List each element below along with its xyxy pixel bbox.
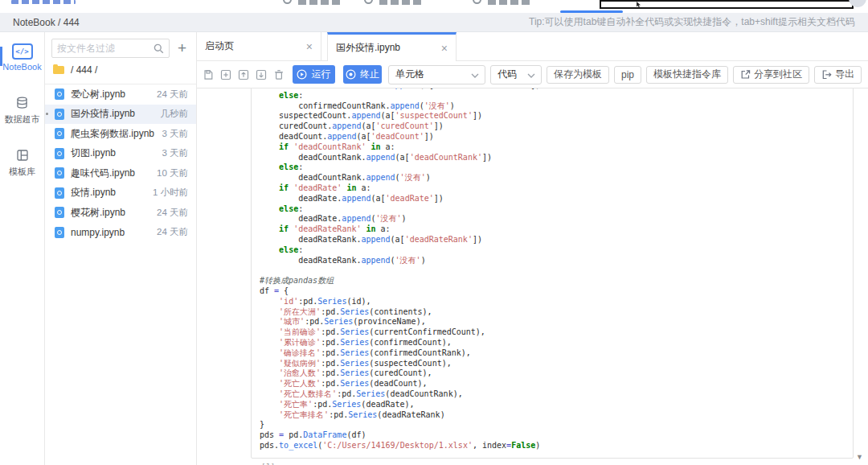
file-name: 爱心树.ipynb — [71, 88, 157, 101]
active-rail-indicator — [0, 47, 2, 66]
file-search-box[interactable] — [51, 39, 170, 58]
file-modified-time: 24 天前 — [157, 88, 188, 101]
notebook-file-icon — [55, 167, 64, 179]
sidebar-item-notebook[interactable]: </> NoteBook — [0, 43, 44, 72]
file-modified-time: 24 天前 — [157, 226, 188, 238]
notebook-file-icon — [55, 207, 64, 218]
scrollbar-down-arrow[interactable]: ▼ — [856, 453, 863, 461]
cell-action-icons — [199, 66, 288, 84]
notebook-file-icon — [55, 128, 64, 139]
folder-path: / 444 / — [71, 64, 97, 76]
chevron-down-icon — [527, 73, 535, 78]
move-cell-up-icon[interactable] — [235, 66, 252, 84]
main-area: </> NoteBook 数据超市 — [0, 32, 868, 465]
save-icon[interactable] — [199, 66, 217, 84]
code-block[interactable]: confirmedCountRank.append(a['confirmedCo… — [260, 88, 850, 458]
file-list-item[interactable]: 疫情.ipynb 1 小时前 — [45, 183, 196, 204]
add-cell-icon[interactable] — [217, 66, 235, 84]
stop-circle-icon — [346, 69, 356, 80]
notebook-file-icon — [55, 88, 64, 100]
close-icon[interactable]: × — [441, 43, 448, 53]
focused-search-box[interactable] — [600, 0, 854, 9]
run-button[interactable]: 运行 — [293, 65, 335, 84]
file-list-item[interactable]: 樱花树.ipynb 24 天前 — [45, 203, 196, 223]
file-list-item[interactable]: 爱心树.ipynb 24 天前 — [45, 84, 196, 105]
folder-icon — [53, 66, 64, 74]
notebook-file-icon — [55, 148, 64, 159]
notebook-file-icon — [55, 187, 64, 199]
file-name: 疫情.ipynb — [71, 186, 153, 200]
share-icon — [740, 69, 751, 80]
breadcrumb[interactable]: NoteBook / 444 — [13, 17, 80, 28]
cell-type-dropdown[interactable]: 代码 — [490, 65, 542, 84]
sidebar-item-label: 数据超市 — [5, 113, 40, 126]
nav-item-fragment[interactable] — [473, 0, 533, 6]
chevron-down-icon — [471, 73, 479, 78]
export-button[interactable]: 导出 — [814, 66, 862, 84]
file-list-item[interactable]: 爬虫案例数据.ipynb 3 天前 — [45, 124, 196, 144]
template-shortcut-library-button[interactable]: 模板快捷指令库 — [646, 66, 728, 84]
file-modified-time: 3 天前 — [162, 128, 188, 140]
file-modified-time: 1 小时前 — [153, 187, 188, 199]
close-icon[interactable]: × — [306, 42, 313, 51]
next-cell-prompt-fragment: [1] — [261, 462, 275, 465]
top-navbar-clipped — [0, 0, 868, 13]
tab-launcher[interactable]: 启动页 × — [197, 32, 321, 60]
notebook-code-icon: </> — [12, 43, 33, 60]
file-modified-time: 10 天前 — [157, 167, 188, 179]
move-cell-down-icon[interactable] — [252, 66, 270, 84]
database-icon — [16, 95, 28, 111]
save-as-template-button[interactable]: 保存为模板 — [547, 66, 609, 84]
export-icon — [821, 69, 832, 80]
notebook-toolbar: 运行 终止 单元格 代码 — [197, 61, 868, 88]
notebook-file-icon — [55, 227, 64, 238]
new-file-button[interactable]: + — [178, 41, 186, 56]
file-list: 爱心树.ipynb 24 天前 国外疫情.ipynb 几秒前 爬虫案例数据.ip… — [45, 84, 196, 242]
notebook-area: 启动页 × 国外疫情.ipynb × — [197, 32, 868, 465]
nav-item-fragment[interactable] — [283, 0, 343, 6]
file-modified-time: 24 天前 — [157, 207, 188, 219]
file-name: 樱花树.ipynb — [71, 206, 157, 220]
status-bar: NoteBook / 444 Tip:可以使用tab键自动补全代码或实现快捷指令… — [0, 13, 868, 32]
sidebar-item-template-library[interactable]: 模板库 — [0, 147, 44, 178]
file-list-item[interactable]: 切图.ipynb 3 天前 — [45, 144, 196, 164]
file-panel: + / 444 / 爱心树.ipynb 24 天前 国外疫情.ipynb 几秒前… — [45, 32, 197, 465]
file-list-item[interactable]: 国外疫情.ipynb 几秒前 — [45, 105, 196, 125]
tab-notebook-file[interactable]: 国外疫情.ipynb × — [327, 32, 457, 61]
left-rail: </> NoteBook 数据超市 — [0, 32, 45, 465]
file-list-item[interactable]: numpy.ipynb 24 天前 — [45, 223, 196, 243]
file-name: numpy.ipynb — [71, 227, 157, 238]
pip-button[interactable]: pip — [614, 66, 641, 84]
nav-label-fragment — [488, 0, 533, 5]
file-name: 趣味代码.ipynb — [71, 167, 157, 180]
sidebar-item-data-market[interactable]: 数据超市 — [0, 95, 44, 126]
file-list-item[interactable]: 趣味代码.ipynb 10 天前 — [45, 163, 196, 183]
notebook-content: confirmedCountRank.append(a['confirmedCo… — [197, 88, 868, 465]
share-to-community-button[interactable]: 分享到社区 — [733, 66, 809, 84]
nav-label-fragment — [298, 0, 343, 5]
notebook-file-icon — [55, 109, 64, 120]
sidebar-item-label: NoteBook — [2, 62, 41, 72]
nav-item-fragment[interactable] — [364, 0, 424, 6]
mouse-cursor-icon — [637, 2, 642, 8]
tip-text: Tip:可以使用tab键自动补全代码或实现快捷指令，tab+shift提示相关文… — [529, 15, 855, 29]
nav-icon — [283, 0, 292, 4]
file-name: 国外疫情.ipynb — [71, 107, 161, 121]
nav-label-fragment — [379, 0, 424, 5]
cell-scope-dropdown[interactable]: 单元格 — [388, 65, 485, 84]
app-window: NoteBook / 444 Tip:可以使用tab键自动补全代码或实现快捷指令… — [0, 0, 868, 465]
template-grid-icon — [17, 147, 28, 163]
code-cell[interactable]: confirmedCountRank.append(a['confirmedCo… — [251, 88, 854, 459]
search-input[interactable] — [57, 43, 154, 54]
current-folder-row[interactable]: / 444 / — [45, 61, 196, 79]
file-search-row: + — [45, 32, 196, 61]
search-icon — [154, 43, 164, 54]
brand-logo[interactable] — [11, 0, 76, 4]
sidebar-item-label: 模板库 — [9, 166, 35, 178]
file-name: 爬虫案例数据.ipynb — [71, 127, 162, 141]
delete-cell-icon[interactable] — [270, 66, 288, 84]
file-modified-time: 3 天前 — [162, 147, 188, 159]
file-modified-time: 几秒前 — [161, 108, 189, 120]
stop-button[interactable]: 终止 — [343, 65, 382, 84]
play-circle-icon — [297, 69, 307, 80]
